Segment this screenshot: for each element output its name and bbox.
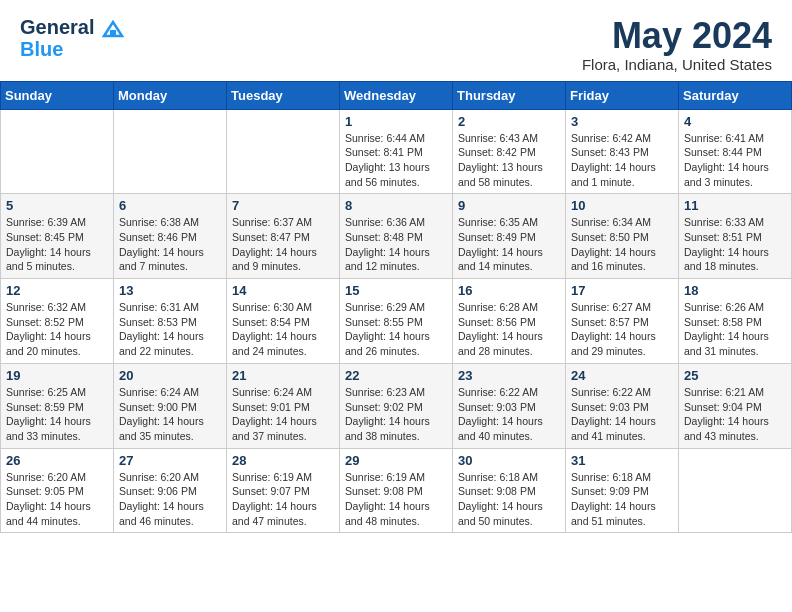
calendar-cell: 30Sunrise: 6:18 AM Sunset: 9:08 PM Dayli…: [453, 448, 566, 533]
day-number: 27: [119, 453, 221, 468]
calendar-cell: 17Sunrise: 6:27 AM Sunset: 8:57 PM Dayli…: [566, 279, 679, 364]
day-of-week-header: Thursday: [453, 81, 566, 109]
day-info: Sunrise: 6:39 AM Sunset: 8:45 PM Dayligh…: [6, 215, 108, 274]
calendar-cell: 11Sunrise: 6:33 AM Sunset: 8:51 PM Dayli…: [679, 194, 792, 279]
day-info: Sunrise: 6:18 AM Sunset: 9:08 PM Dayligh…: [458, 470, 560, 529]
day-info: Sunrise: 6:44 AM Sunset: 8:41 PM Dayligh…: [345, 131, 447, 190]
month-title: May 2024: [582, 16, 772, 56]
day-number: 17: [571, 283, 673, 298]
day-number: 20: [119, 368, 221, 383]
calendar-cell: 26Sunrise: 6:20 AM Sunset: 9:05 PM Dayli…: [1, 448, 114, 533]
day-of-week-header: Wednesday: [340, 81, 453, 109]
day-number: 15: [345, 283, 447, 298]
day-info: Sunrise: 6:29 AM Sunset: 8:55 PM Dayligh…: [345, 300, 447, 359]
day-info: Sunrise: 6:33 AM Sunset: 8:51 PM Dayligh…: [684, 215, 786, 274]
day-number: 11: [684, 198, 786, 213]
day-info: Sunrise: 6:20 AM Sunset: 9:05 PM Dayligh…: [6, 470, 108, 529]
day-number: 5: [6, 198, 108, 213]
logo-blue-text: Blue: [20, 38, 124, 60]
calendar-cell: 22Sunrise: 6:23 AM Sunset: 9:02 PM Dayli…: [340, 363, 453, 448]
day-of-week-header: Tuesday: [227, 81, 340, 109]
day-info: Sunrise: 6:42 AM Sunset: 8:43 PM Dayligh…: [571, 131, 673, 190]
day-number: 14: [232, 283, 334, 298]
day-info: Sunrise: 6:31 AM Sunset: 8:53 PM Dayligh…: [119, 300, 221, 359]
calendar-cell: 6Sunrise: 6:38 AM Sunset: 8:46 PM Daylig…: [114, 194, 227, 279]
day-number: 22: [345, 368, 447, 383]
calendar-cell: [679, 448, 792, 533]
calendar-cell: 23Sunrise: 6:22 AM Sunset: 9:03 PM Dayli…: [453, 363, 566, 448]
day-info: Sunrise: 6:36 AM Sunset: 8:48 PM Dayligh…: [345, 215, 447, 274]
calendar-cell: 25Sunrise: 6:21 AM Sunset: 9:04 PM Dayli…: [679, 363, 792, 448]
day-info: Sunrise: 6:19 AM Sunset: 9:08 PM Dayligh…: [345, 470, 447, 529]
day-number: 10: [571, 198, 673, 213]
day-number: 7: [232, 198, 334, 213]
calendar-cell: 12Sunrise: 6:32 AM Sunset: 8:52 PM Dayli…: [1, 279, 114, 364]
day-number: 9: [458, 198, 560, 213]
location: Flora, Indiana, United States: [582, 56, 772, 73]
calendar-cell: [227, 109, 340, 194]
calendar-cell: 20Sunrise: 6:24 AM Sunset: 9:00 PM Dayli…: [114, 363, 227, 448]
day-number: 23: [458, 368, 560, 383]
day-number: 28: [232, 453, 334, 468]
day-info: Sunrise: 6:34 AM Sunset: 8:50 PM Dayligh…: [571, 215, 673, 274]
day-number: 2: [458, 114, 560, 129]
day-info: Sunrise: 6:35 AM Sunset: 8:49 PM Dayligh…: [458, 215, 560, 274]
day-info: Sunrise: 6:25 AM Sunset: 8:59 PM Dayligh…: [6, 385, 108, 444]
day-info: Sunrise: 6:19 AM Sunset: 9:07 PM Dayligh…: [232, 470, 334, 529]
logo: General Blue: [20, 16, 124, 60]
day-number: 16: [458, 283, 560, 298]
calendar-cell: 2Sunrise: 6:43 AM Sunset: 8:42 PM Daylig…: [453, 109, 566, 194]
day-info: Sunrise: 6:38 AM Sunset: 8:46 PM Dayligh…: [119, 215, 221, 274]
calendar-cell: 9Sunrise: 6:35 AM Sunset: 8:49 PM Daylig…: [453, 194, 566, 279]
day-info: Sunrise: 6:20 AM Sunset: 9:06 PM Dayligh…: [119, 470, 221, 529]
calendar-cell: 5Sunrise: 6:39 AM Sunset: 8:45 PM Daylig…: [1, 194, 114, 279]
day-number: 4: [684, 114, 786, 129]
calendar-cell: 13Sunrise: 6:31 AM Sunset: 8:53 PM Dayli…: [114, 279, 227, 364]
day-info: Sunrise: 6:41 AM Sunset: 8:44 PM Dayligh…: [684, 131, 786, 190]
calendar-cell: 15Sunrise: 6:29 AM Sunset: 8:55 PM Dayli…: [340, 279, 453, 364]
calendar-week-row: 26Sunrise: 6:20 AM Sunset: 9:05 PM Dayli…: [1, 448, 792, 533]
day-of-week-header: Sunday: [1, 81, 114, 109]
calendar-week-row: 19Sunrise: 6:25 AM Sunset: 8:59 PM Dayli…: [1, 363, 792, 448]
day-number: 1: [345, 114, 447, 129]
day-number: 26: [6, 453, 108, 468]
calendar-cell: 21Sunrise: 6:24 AM Sunset: 9:01 PM Dayli…: [227, 363, 340, 448]
day-info: Sunrise: 6:23 AM Sunset: 9:02 PM Dayligh…: [345, 385, 447, 444]
title-block: May 2024 Flora, Indiana, United States: [582, 16, 772, 73]
day-info: Sunrise: 6:43 AM Sunset: 8:42 PM Dayligh…: [458, 131, 560, 190]
calendar-week-row: 12Sunrise: 6:32 AM Sunset: 8:52 PM Dayli…: [1, 279, 792, 364]
calendar-cell: 19Sunrise: 6:25 AM Sunset: 8:59 PM Dayli…: [1, 363, 114, 448]
day-of-week-header: Saturday: [679, 81, 792, 109]
day-number: 6: [119, 198, 221, 213]
calendar-cell: [1, 109, 114, 194]
day-number: 21: [232, 368, 334, 383]
day-of-week-header: Friday: [566, 81, 679, 109]
day-of-week-header: Monday: [114, 81, 227, 109]
day-info: Sunrise: 6:18 AM Sunset: 9:09 PM Dayligh…: [571, 470, 673, 529]
day-info: Sunrise: 6:27 AM Sunset: 8:57 PM Dayligh…: [571, 300, 673, 359]
day-info: Sunrise: 6:22 AM Sunset: 9:03 PM Dayligh…: [571, 385, 673, 444]
calendar-cell: 14Sunrise: 6:30 AM Sunset: 8:54 PM Dayli…: [227, 279, 340, 364]
day-number: 8: [345, 198, 447, 213]
calendar-cell: 24Sunrise: 6:22 AM Sunset: 9:03 PM Dayli…: [566, 363, 679, 448]
day-info: Sunrise: 6:24 AM Sunset: 9:00 PM Dayligh…: [119, 385, 221, 444]
day-number: 12: [6, 283, 108, 298]
calendar-header-row: SundayMondayTuesdayWednesdayThursdayFrid…: [1, 81, 792, 109]
calendar-week-row: 5Sunrise: 6:39 AM Sunset: 8:45 PM Daylig…: [1, 194, 792, 279]
logo-text: General: [20, 16, 124, 38]
logo-icon: [102, 20, 124, 38]
calendar-cell: 29Sunrise: 6:19 AM Sunset: 9:08 PM Dayli…: [340, 448, 453, 533]
calendar-table: SundayMondayTuesdayWednesdayThursdayFrid…: [0, 81, 792, 534]
calendar-cell: [114, 109, 227, 194]
day-number: 25: [684, 368, 786, 383]
page-header: General Blue May 2024 Flora, Indiana, Un…: [0, 0, 792, 81]
day-info: Sunrise: 6:30 AM Sunset: 8:54 PM Dayligh…: [232, 300, 334, 359]
day-number: 30: [458, 453, 560, 468]
day-info: Sunrise: 6:22 AM Sunset: 9:03 PM Dayligh…: [458, 385, 560, 444]
calendar-cell: 28Sunrise: 6:19 AM Sunset: 9:07 PM Dayli…: [227, 448, 340, 533]
calendar-cell: 1Sunrise: 6:44 AM Sunset: 8:41 PM Daylig…: [340, 109, 453, 194]
day-info: Sunrise: 6:21 AM Sunset: 9:04 PM Dayligh…: [684, 385, 786, 444]
calendar-cell: 10Sunrise: 6:34 AM Sunset: 8:50 PM Dayli…: [566, 194, 679, 279]
calendar-cell: 16Sunrise: 6:28 AM Sunset: 8:56 PM Dayli…: [453, 279, 566, 364]
day-number: 31: [571, 453, 673, 468]
